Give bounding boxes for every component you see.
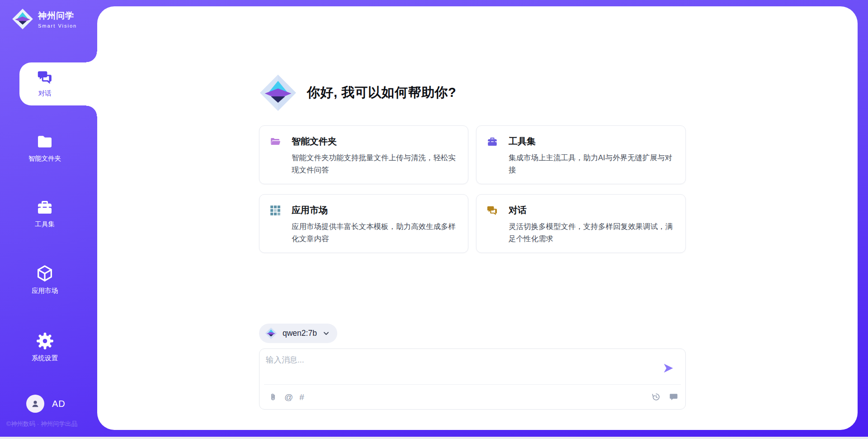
user-profile[interactable]: AD: [26, 395, 66, 413]
main-content-panel: 你好, 我可以如何帮助你? 智能文件夹 智能文件夹功能支: [97, 6, 858, 430]
card-description: 集成市场上主流工具，助力AI与外界无缝扩展与对接: [509, 152, 675, 176]
brand-name: 神州问学: [38, 10, 77, 22]
toolbox-icon: [36, 198, 54, 216]
sidebar-item-app-market[interactable]: 应用市场: [11, 264, 79, 294]
greeting-title: 你好, 我可以如何帮助你?: [307, 84, 456, 102]
model-diamond-icon: [265, 327, 277, 339]
brand-diamond-logo: [259, 74, 297, 112]
folder-open-icon: [269, 136, 281, 148]
card-title: 对话: [509, 204, 527, 216]
card-smart-folder[interactable]: 智能文件夹 智能文件夹功能支持批量文件上传与清洗，轻松实现文件问答: [259, 125, 468, 184]
mention-icon[interactable]: @: [284, 393, 293, 401]
sidebar-item-label: 系统设置: [32, 355, 58, 362]
brand-diamond-icon: [12, 8, 33, 30]
model-selector[interactable]: qwen2:7b: [259, 324, 337, 343]
card-title: 智能文件夹: [292, 135, 337, 148]
hashtag-icon[interactable]: #: [299, 393, 304, 401]
copyright-text: ©神州数码 · 神州问学出品: [6, 420, 77, 428]
sidebar-item-smart-folder[interactable]: 智能文件夹: [11, 133, 79, 162]
card-description: 应用市场提供丰富长文本模板，助力高效生成多样化文章内容: [292, 220, 457, 245]
gear-icon: [36, 332, 54, 350]
message-icon[interactable]: [669, 392, 679, 402]
card-description: 智能文件夹功能支持批量文件上传与清洗，轻松实现文件问答: [292, 152, 457, 176]
folder-icon: [36, 133, 54, 151]
card-title: 应用市场: [292, 204, 328, 216]
sidebar-item-label: 智能文件夹: [28, 155, 61, 162]
window-bottom-edge: [0, 437, 868, 439]
send-icon[interactable]: [662, 362, 675, 374]
sidebar-item-label: 应用市场: [32, 287, 58, 294]
briefcase-icon: [486, 136, 498, 148]
user-name: AD: [52, 399, 66, 409]
card-app-market[interactable]: 应用市场 应用市场提供丰富长文本模板，助力高效生成多样化文章内容: [259, 194, 468, 253]
history-icon[interactable]: [651, 392, 661, 402]
chevron-down-icon[interactable]: [322, 329, 330, 337]
sidebar-item-label: 工具集: [35, 221, 55, 228]
paperclip-icon[interactable]: [268, 392, 278, 402]
sidebar-item-label: 对话: [38, 90, 52, 97]
brand-logo: 神州问学 Smart Vision: [12, 8, 77, 30]
feature-cards: 智能文件夹 智能文件夹功能支持批量文件上传与清洗，轻松实现文件问答: [259, 125, 686, 253]
chat-bubbles-icon: [486, 205, 498, 216]
sidebar-item-settings[interactable]: 系统设置: [11, 332, 79, 362]
card-description: 灵活切换多模型文件，支持多样回复效果调试，满足个性化需求: [509, 220, 675, 245]
app-window: 你好, 我可以如何帮助你? 智能文件夹 智能文件夹功能支: [0, 0, 868, 439]
sidebar: 神州问学 Smart Vision 对话 智能文件夹: [0, 0, 97, 439]
message-composer: @ #: [259, 348, 686, 410]
card-chat[interactable]: 对话 灵活切换多模型文件，支持多样回复效果调试，满足个性化需求: [476, 194, 686, 253]
sidebar-item-chat[interactable]: 对话: [11, 69, 79, 97]
card-title: 工具集: [509, 135, 536, 148]
greeting-row: 你好, 我可以如何帮助你?: [259, 74, 456, 112]
grid-icon: [269, 205, 281, 216]
chat-bubbles-icon: [37, 69, 53, 86]
card-toolset[interactable]: 工具集 集成市场上主流工具，助力AI与外界无缝扩展与对接: [476, 125, 686, 184]
composer-toolbar: @ #: [268, 385, 679, 409]
avatar: [26, 395, 44, 413]
model-name: qwen2:7b: [283, 329, 317, 338]
message-input[interactable]: [266, 354, 650, 381]
brand-subtitle: Smart Vision: [38, 23, 77, 29]
sidebar-item-toolset[interactable]: 工具集: [11, 198, 79, 228]
cube-icon: [35, 264, 54, 283]
